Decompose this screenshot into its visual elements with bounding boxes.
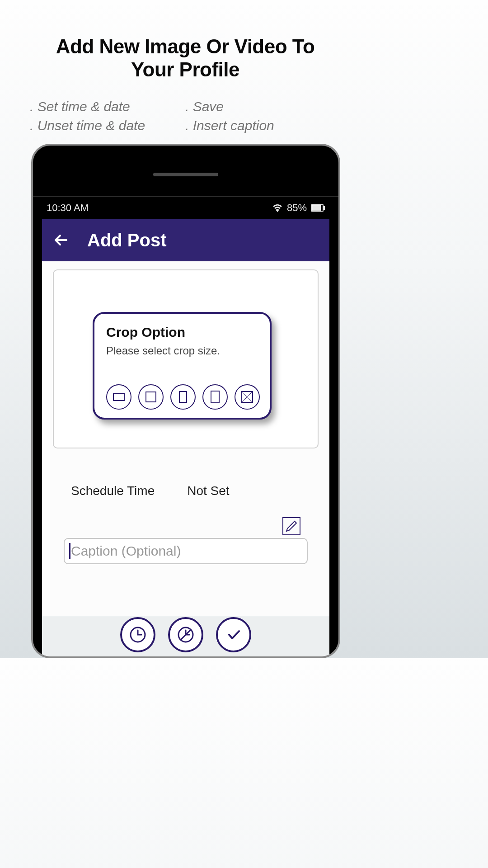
app-bar: Add Post — [42, 219, 329, 261]
crop-option-tall[interactable] — [202, 384, 228, 410]
phone-frame: 10:30 AM 85% Add Post Crop — [31, 144, 340, 658]
feature-list: . Set time & date . Unset time & date . … — [0, 81, 371, 135]
crop-dialog-title: Crop Option — [106, 325, 258, 340]
back-arrow-icon[interactable] — [53, 232, 69, 248]
bottom-action-bar — [42, 616, 329, 656]
wifi-icon — [272, 204, 282, 212]
schedule-value: Not Set — [187, 484, 229, 498]
svg-rect-2 — [324, 206, 325, 210]
caption-placeholder: Caption (Optional) — [71, 543, 181, 559]
crop-option-full[interactable] — [235, 384, 260, 410]
battery-icon — [311, 204, 325, 212]
app-screen: Add Post Crop Option Please select crop … — [42, 219, 329, 656]
phone-speaker — [153, 173, 218, 176]
set-time-button[interactable] — [120, 617, 155, 652]
schedule-row: Schedule Time Not Set — [53, 448, 319, 498]
status-time: 10:30 AM — [47, 202, 89, 214]
crop-option-portrait[interactable] — [170, 384, 196, 410]
edit-caption-button[interactable] — [282, 517, 300, 535]
feature-item: . Unset time & date — [30, 116, 185, 135]
status-battery-percent: 85% — [287, 202, 307, 214]
caption-cursor — [69, 543, 70, 559]
feature-item: . Insert caption — [185, 116, 341, 135]
unset-time-button[interactable] — [168, 617, 203, 652]
schedule-label: Schedule Time — [71, 484, 155, 498]
app-bar-title: Add Post — [87, 230, 167, 250]
page-title: Add New Image Or Video To Your Profile — [0, 0, 371, 81]
crop-dialog: Crop Option Please select crop size. — [93, 312, 272, 420]
feature-item: . Save — [185, 97, 341, 116]
crop-option-landscape[interactable] — [106, 384, 131, 410]
save-button[interactable] — [216, 617, 251, 652]
status-bar: 10:30 AM 85% — [33, 196, 338, 219]
svg-rect-1 — [312, 205, 321, 211]
crop-option-square[interactable] — [138, 384, 164, 410]
crop-dialog-subtitle: Please select crop size. — [106, 344, 258, 357]
caption-input[interactable]: Caption (Optional) — [64, 538, 308, 564]
feature-item: . Set time & date — [30, 97, 185, 116]
